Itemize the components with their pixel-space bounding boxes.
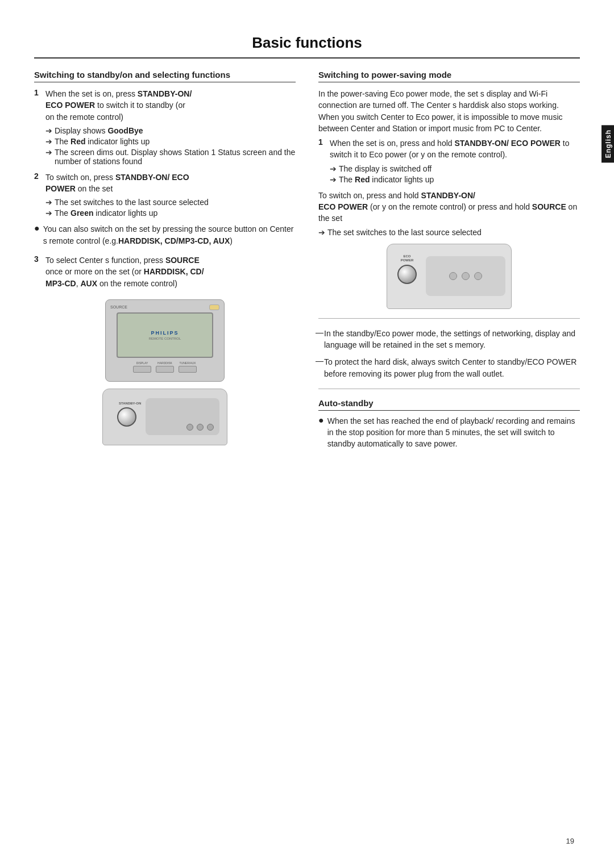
section-divider — [318, 318, 580, 319]
arrow-text-1-1: Display shows GoodBye — [55, 126, 296, 135]
item-1-number: 1 — [34, 88, 42, 97]
item-2-number: 2 — [34, 172, 42, 181]
auto-standby-bullet: ● When the set has reached the end of pl… — [318, 415, 580, 453]
right-arrow-text-2-1: The set switches to the last source sele… — [327, 228, 580, 237]
arrow-1-2: ➔ The Red indicator lights up — [45, 137, 296, 146]
left-column: Switching to standby/on and selecting fu… — [34, 70, 296, 458]
bullet-1-text: You can also switch on the set by pressi… — [43, 223, 296, 247]
bullet-sym-1: ● — [34, 223, 40, 250]
item-3-number: 3 — [34, 254, 42, 264]
arrow-2-2: ➔ The Green indicator lights up — [45, 208, 296, 218]
numbered-item-1: 1 When the set is on, press STANDBY-ON/ … — [34, 88, 296, 166]
right-item-1-number: 1 — [318, 137, 326, 147]
item-1-content: When the set is on, press STANDBY-ON/ EC… — [45, 88, 296, 166]
arrow-text-1-2: The Red indicator lights up — [55, 137, 296, 146]
right-item-1-content: When the set is on, press and hold STAND… — [330, 137, 580, 184]
right-numbered-item-1: 1 When the set is on, press and hold STA… — [318, 137, 580, 184]
right-column: Switching to power-saving mode In the po… — [318, 70, 580, 458]
arrow-text-2-1: The set switches to the last source sele… — [55, 198, 296, 207]
arrow-text-2-2: The Green indicator lights up — [55, 208, 296, 218]
auto-standby-bullet-sym: ● — [318, 415, 324, 453]
right-arrow-2-1: ➔ The set switches to the last source se… — [318, 228, 580, 237]
power-saving-intro: In the power-saving Eco power mode, the … — [318, 88, 580, 134]
language-tab: English — [601, 125, 614, 162]
note-1-text: In the standby/Eco power mode, the setti… — [324, 328, 580, 351]
right-section-heading: Switching to power-saving mode — [318, 70, 580, 82]
bullet-item-1: ● You can also switch on the set by pres… — [34, 223, 296, 250]
left-section-heading: Switching to standby/on and selecting fu… — [34, 70, 296, 82]
auto-standby-text: When the set has reached the end of play… — [327, 415, 580, 450]
arrow-1-3: ➔ The screen dims out. Display shows Sta… — [45, 148, 296, 166]
item-3-content: To select Center s function, press SOURC… — [45, 254, 296, 293]
auto-standby-divider — [318, 389, 580, 389]
switch-on-paragraph: To switch on, press and hold STANDBY-ON/… — [318, 190, 580, 224]
arrow-text-1-3: The screen dims out. Display shows Stati… — [55, 148, 296, 166]
item-3-text: To select Center s function, press SOURC… — [45, 254, 296, 289]
page-title: Basic functions — [34, 34, 580, 52]
right-arrow-1-2: ➔ The Red indicator lights up — [330, 175, 580, 184]
note-2-text: To protect the hard disk, always switch … — [324, 356, 580, 379]
page-title-section: Basic functions — [34, 34, 580, 59]
item-2-content: To switch on, press STANDBY-ON/ ECOPOWER… — [45, 172, 296, 218]
right-arrow-text-1-2: The Red indicator lights up — [339, 175, 580, 184]
device-image-philips-center: SOURCE PHILIPS REMOTE CONTROL DISPLAY — [34, 299, 296, 382]
page-container: English Basic functions Switching to sta… — [0, 0, 614, 868]
device-image-eco: ECOPOWER — [318, 244, 580, 309]
main-columns: Switching to standby/on and selecting fu… — [34, 70, 580, 458]
device-image-station: STANDBY-ON — [34, 389, 296, 445]
right-arrow-1-1: ➔ The display is switched off — [330, 164, 580, 173]
right-item-1-text: When the set is on, press and hold STAND… — [330, 137, 580, 161]
numbered-item-2: 2 To switch on, press STANDBY-ON/ ECOPOW… — [34, 172, 296, 218]
right-arrow-text-1-1: The display is switched off — [339, 164, 580, 173]
arrow-2-1: ➔ The set switches to the last source se… — [45, 198, 296, 207]
note-2: To protect the hard disk, always switch … — [318, 356, 580, 379]
bullet-content-1: You can also switch on the set by pressi… — [43, 223, 296, 250]
auto-standby-content: When the set has reached the end of play… — [327, 415, 580, 453]
item-2-text: To switch on, press STANDBY-ON/ ECOPOWER… — [45, 172, 296, 195]
numbered-item-3: 3 To select Center s function, press SOU… — [34, 254, 296, 293]
note-1: In the standby/Eco power mode, the setti… — [318, 328, 580, 351]
arrow-1-1: ➔ Display shows GoodBye — [45, 126, 296, 135]
item-1-text: When the set is on, press STANDBY-ON/ EC… — [45, 88, 296, 123]
page-number: 19 — [566, 837, 574, 845]
auto-standby-heading: Auto-standby — [318, 398, 580, 411]
